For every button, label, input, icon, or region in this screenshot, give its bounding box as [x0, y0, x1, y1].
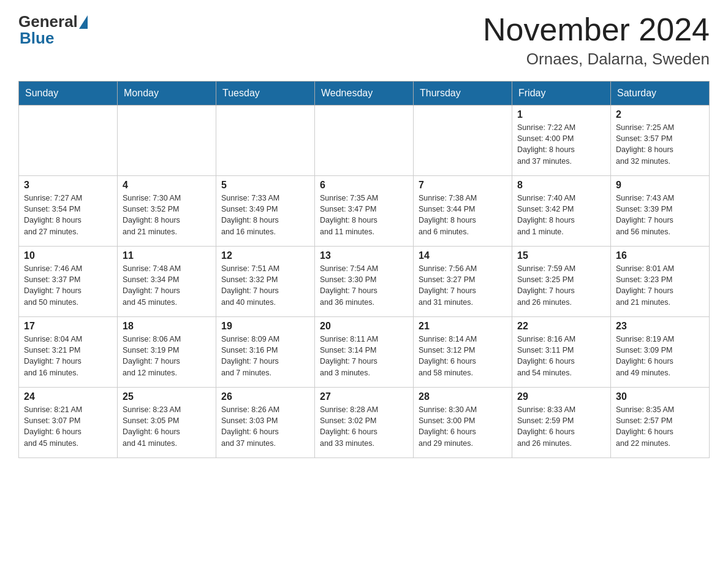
day-info: Sunrise: 7:51 AMSunset: 3:32 PMDaylight:…	[221, 263, 309, 308]
calendar-cell: 9Sunrise: 7:43 AMSunset: 3:39 PMDaylight…	[611, 176, 710, 247]
weekday-header-saturday: Saturday	[611, 82, 710, 105]
day-info: Sunrise: 8:26 AMSunset: 3:03 PMDaylight:…	[221, 404, 309, 449]
day-number: 25	[123, 391, 211, 402]
day-info: Sunrise: 8:09 AMSunset: 3:16 PMDaylight:…	[221, 334, 309, 378]
day-info: Sunrise: 7:40 AMSunset: 3:42 PMDaylight:…	[517, 193, 605, 237]
day-info: Sunrise: 7:59 AMSunset: 3:25 PMDaylight:…	[517, 263, 605, 308]
day-info: Sunrise: 8:11 AMSunset: 3:14 PMDaylight:…	[320, 334, 408, 378]
day-number: 12	[221, 250, 309, 261]
day-info: Sunrise: 7:43 AMSunset: 3:39 PMDaylight:…	[616, 193, 704, 237]
day-info: Sunrise: 7:22 AMSunset: 4:00 PMDaylight:…	[517, 122, 605, 167]
week-row-4: 17Sunrise: 8:04 AMSunset: 3:21 PMDayligh…	[19, 317, 710, 388]
day-info: Sunrise: 7:25 AMSunset: 3:57 PMDaylight:…	[616, 122, 704, 167]
day-info: Sunrise: 8:30 AMSunset: 3:00 PMDaylight:…	[419, 404, 507, 449]
calendar-cell: 27Sunrise: 8:28 AMSunset: 3:02 PMDayligh…	[315, 388, 414, 458]
calendar-cell	[216, 105, 315, 176]
day-number: 7	[419, 180, 507, 191]
calendar-cell	[19, 105, 118, 176]
week-row-2: 3Sunrise: 7:27 AMSunset: 3:54 PMDaylight…	[19, 176, 710, 247]
calendar-cell: 22Sunrise: 8:16 AMSunset: 3:11 PMDayligh…	[512, 317, 611, 388]
day-info: Sunrise: 8:23 AMSunset: 3:05 PMDaylight:…	[123, 404, 211, 449]
day-info: Sunrise: 8:33 AMSunset: 2:59 PMDaylight:…	[517, 404, 605, 449]
day-number: 19	[221, 321, 309, 332]
day-number: 1	[517, 109, 605, 120]
calendar-cell: 28Sunrise: 8:30 AMSunset: 3:00 PMDayligh…	[414, 388, 512, 458]
day-number: 21	[419, 321, 507, 332]
day-number: 26	[221, 391, 309, 402]
calendar-cell: 3Sunrise: 7:27 AMSunset: 3:54 PMDaylight…	[19, 176, 118, 247]
calendar-header-row: SundayMondayTuesdayWednesdayThursdayFrid…	[19, 82, 710, 105]
week-row-1: 1Sunrise: 7:22 AMSunset: 4:00 PMDaylight…	[19, 105, 710, 176]
weekday-header-sunday: Sunday	[19, 82, 118, 105]
day-number: 10	[24, 250, 112, 261]
day-info: Sunrise: 8:35 AMSunset: 2:57 PMDaylight:…	[616, 404, 704, 449]
day-number: 30	[616, 391, 704, 402]
calendar-cell: 17Sunrise: 8:04 AMSunset: 3:21 PMDayligh…	[19, 317, 118, 388]
day-number: 15	[517, 250, 605, 261]
day-info: Sunrise: 7:54 AMSunset: 3:30 PMDaylight:…	[320, 263, 408, 308]
calendar-cell: 8Sunrise: 7:40 AMSunset: 3:42 PMDaylight…	[512, 176, 611, 247]
calendar-cell: 5Sunrise: 7:33 AMSunset: 3:49 PMDaylight…	[216, 176, 315, 247]
day-number: 3	[24, 180, 112, 191]
page-title: November 2024	[483, 12, 710, 47]
week-row-3: 10Sunrise: 7:46 AMSunset: 3:37 PMDayligh…	[19, 247, 710, 317]
day-info: Sunrise: 7:46 AMSunset: 3:37 PMDaylight:…	[24, 263, 112, 308]
day-info: Sunrise: 8:14 AMSunset: 3:12 PMDaylight:…	[419, 334, 507, 378]
calendar-cell	[315, 105, 414, 176]
day-number: 4	[123, 180, 211, 191]
day-number: 29	[517, 391, 605, 402]
day-number: 16	[616, 250, 704, 261]
day-number: 6	[320, 180, 408, 191]
weekday-header-tuesday: Tuesday	[216, 82, 315, 105]
calendar-cell: 11Sunrise: 7:48 AMSunset: 3:34 PMDayligh…	[118, 247, 216, 317]
day-number: 9	[616, 180, 704, 191]
calendar-cell: 15Sunrise: 7:59 AMSunset: 3:25 PMDayligh…	[512, 247, 611, 317]
day-info: Sunrise: 7:35 AMSunset: 3:47 PMDaylight:…	[320, 193, 408, 237]
calendar-cell: 14Sunrise: 7:56 AMSunset: 3:27 PMDayligh…	[414, 247, 512, 317]
calendar-cell: 30Sunrise: 8:35 AMSunset: 2:57 PMDayligh…	[611, 388, 710, 458]
day-number: 27	[320, 391, 408, 402]
logo-blue-text: Blue	[20, 29, 54, 48]
day-number: 22	[517, 321, 605, 332]
day-number: 18	[123, 321, 211, 332]
day-info: Sunrise: 7:30 AMSunset: 3:52 PMDaylight:…	[123, 193, 211, 237]
day-number: 23	[616, 321, 704, 332]
calendar-cell: 2Sunrise: 7:25 AMSunset: 3:57 PMDaylight…	[611, 105, 710, 176]
day-number: 24	[24, 391, 112, 402]
day-info: Sunrise: 8:21 AMSunset: 3:07 PMDaylight:…	[24, 404, 112, 449]
day-number: 8	[517, 180, 605, 191]
calendar-cell: 10Sunrise: 7:46 AMSunset: 3:37 PMDayligh…	[19, 247, 118, 317]
calendar-cell: 12Sunrise: 7:51 AMSunset: 3:32 PMDayligh…	[216, 247, 315, 317]
calendar-cell: 23Sunrise: 8:19 AMSunset: 3:09 PMDayligh…	[611, 317, 710, 388]
calendar-cell: 6Sunrise: 7:35 AMSunset: 3:47 PMDaylight…	[315, 176, 414, 247]
day-info: Sunrise: 8:28 AMSunset: 3:02 PMDaylight:…	[320, 404, 408, 449]
day-info: Sunrise: 8:01 AMSunset: 3:23 PMDaylight:…	[616, 263, 704, 308]
calendar-cell: 20Sunrise: 8:11 AMSunset: 3:14 PMDayligh…	[315, 317, 414, 388]
day-info: Sunrise: 8:19 AMSunset: 3:09 PMDaylight:…	[616, 334, 704, 378]
day-number: 20	[320, 321, 408, 332]
calendar-cell: 26Sunrise: 8:26 AMSunset: 3:03 PMDayligh…	[216, 388, 315, 458]
weekday-header-monday: Monday	[118, 82, 216, 105]
page-subtitle: Ornaes, Dalarna, Sweden	[483, 50, 710, 69]
calendar-cell: 13Sunrise: 7:54 AMSunset: 3:30 PMDayligh…	[315, 247, 414, 317]
calendar-cell: 16Sunrise: 8:01 AMSunset: 3:23 PMDayligh…	[611, 247, 710, 317]
day-info: Sunrise: 7:38 AMSunset: 3:44 PMDaylight:…	[419, 193, 507, 237]
calendar-cell: 18Sunrise: 8:06 AMSunset: 3:19 PMDayligh…	[118, 317, 216, 388]
day-number: 2	[616, 109, 704, 120]
day-info: Sunrise: 8:06 AMSunset: 3:19 PMDaylight:…	[123, 334, 211, 378]
calendar-cell: 24Sunrise: 8:21 AMSunset: 3:07 PMDayligh…	[19, 388, 118, 458]
day-info: Sunrise: 7:48 AMSunset: 3:34 PMDaylight:…	[123, 263, 211, 308]
calendar-cell	[118, 105, 216, 176]
weekday-header-friday: Friday	[512, 82, 611, 105]
day-info: Sunrise: 8:04 AMSunset: 3:21 PMDaylight:…	[24, 334, 112, 378]
calendar-table: SundayMondayTuesdayWednesdayThursdayFrid…	[18, 81, 710, 458]
day-info: Sunrise: 7:27 AMSunset: 3:54 PMDaylight:…	[24, 193, 112, 237]
day-number: 28	[419, 391, 507, 402]
calendar-cell: 21Sunrise: 8:14 AMSunset: 3:12 PMDayligh…	[414, 317, 512, 388]
weekday-header-thursday: Thursday	[414, 82, 512, 105]
day-number: 14	[419, 250, 507, 261]
day-number: 13	[320, 250, 408, 261]
weekday-header-wednesday: Wednesday	[315, 82, 414, 105]
day-number: 5	[221, 180, 309, 191]
calendar-cell: 4Sunrise: 7:30 AMSunset: 3:52 PMDaylight…	[118, 176, 216, 247]
